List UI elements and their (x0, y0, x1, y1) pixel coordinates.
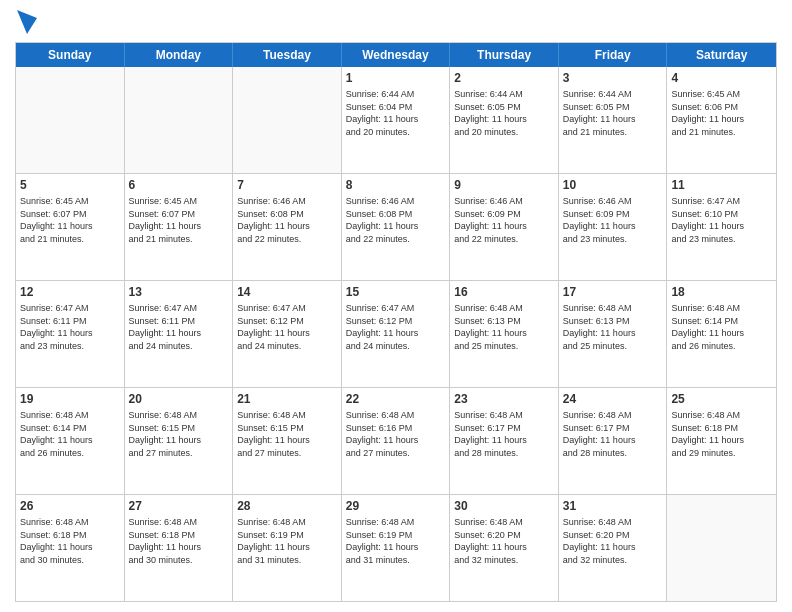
cell-details: Sunrise: 6:48 AM Sunset: 6:15 PM Dayligh… (129, 409, 229, 459)
calendar-header: SundayMondayTuesdayWednesdayThursdayFrid… (16, 43, 776, 67)
weekday-header: Sunday (16, 43, 125, 67)
day-number: 4 (671, 70, 772, 86)
cell-details: Sunrise: 6:48 AM Sunset: 6:15 PM Dayligh… (237, 409, 337, 459)
calendar-cell: 3Sunrise: 6:44 AM Sunset: 6:05 PM Daylig… (559, 67, 668, 173)
cell-details: Sunrise: 6:48 AM Sunset: 6:18 PM Dayligh… (671, 409, 772, 459)
cell-details: Sunrise: 6:44 AM Sunset: 6:04 PM Dayligh… (346, 88, 446, 138)
day-number: 3 (563, 70, 663, 86)
calendar-cell: 18Sunrise: 6:48 AM Sunset: 6:14 PM Dayli… (667, 281, 776, 387)
logo-icon (17, 10, 37, 34)
day-number: 29 (346, 498, 446, 514)
day-number: 2 (454, 70, 554, 86)
day-number: 30 (454, 498, 554, 514)
cell-details: Sunrise: 6:48 AM Sunset: 6:20 PM Dayligh… (454, 516, 554, 566)
calendar-cell: 7Sunrise: 6:46 AM Sunset: 6:08 PM Daylig… (233, 174, 342, 280)
cell-details: Sunrise: 6:48 AM Sunset: 6:20 PM Dayligh… (563, 516, 663, 566)
empty-cell (667, 495, 776, 601)
day-number: 23 (454, 391, 554, 407)
cell-details: Sunrise: 6:45 AM Sunset: 6:06 PM Dayligh… (671, 88, 772, 138)
calendar-cell: 9Sunrise: 6:46 AM Sunset: 6:09 PM Daylig… (450, 174, 559, 280)
cell-details: Sunrise: 6:47 AM Sunset: 6:12 PM Dayligh… (237, 302, 337, 352)
calendar-cell: 11Sunrise: 6:47 AM Sunset: 6:10 PM Dayli… (667, 174, 776, 280)
day-number: 22 (346, 391, 446, 407)
cell-details: Sunrise: 6:48 AM Sunset: 6:18 PM Dayligh… (129, 516, 229, 566)
cell-details: Sunrise: 6:48 AM Sunset: 6:13 PM Dayligh… (454, 302, 554, 352)
empty-cell (233, 67, 342, 173)
cell-details: Sunrise: 6:47 AM Sunset: 6:12 PM Dayligh… (346, 302, 446, 352)
calendar-cell: 14Sunrise: 6:47 AM Sunset: 6:12 PM Dayli… (233, 281, 342, 387)
svg-marker-0 (17, 10, 37, 34)
cell-details: Sunrise: 6:48 AM Sunset: 6:18 PM Dayligh… (20, 516, 120, 566)
weekday-header: Monday (125, 43, 234, 67)
page: SundayMondayTuesdayWednesdayThursdayFrid… (0, 0, 792, 612)
header (15, 10, 777, 34)
calendar-cell: 4Sunrise: 6:45 AM Sunset: 6:06 PM Daylig… (667, 67, 776, 173)
day-number: 10 (563, 177, 663, 193)
calendar-cell: 15Sunrise: 6:47 AM Sunset: 6:12 PM Dayli… (342, 281, 451, 387)
weekday-header: Friday (559, 43, 668, 67)
cell-details: Sunrise: 6:44 AM Sunset: 6:05 PM Dayligh… (563, 88, 663, 138)
calendar-cell: 29Sunrise: 6:48 AM Sunset: 6:19 PM Dayli… (342, 495, 451, 601)
day-number: 20 (129, 391, 229, 407)
calendar-cell: 24Sunrise: 6:48 AM Sunset: 6:17 PM Dayli… (559, 388, 668, 494)
day-number: 8 (346, 177, 446, 193)
day-number: 28 (237, 498, 337, 514)
cell-details: Sunrise: 6:48 AM Sunset: 6:13 PM Dayligh… (563, 302, 663, 352)
calendar-cell: 20Sunrise: 6:48 AM Sunset: 6:15 PM Dayli… (125, 388, 234, 494)
weekday-header: Saturday (667, 43, 776, 67)
day-number: 27 (129, 498, 229, 514)
empty-cell (125, 67, 234, 173)
day-number: 7 (237, 177, 337, 193)
calendar-cell: 2Sunrise: 6:44 AM Sunset: 6:05 PM Daylig… (450, 67, 559, 173)
calendar-cell: 31Sunrise: 6:48 AM Sunset: 6:20 PM Dayli… (559, 495, 668, 601)
day-number: 5 (20, 177, 120, 193)
day-number: 25 (671, 391, 772, 407)
day-number: 21 (237, 391, 337, 407)
cell-details: Sunrise: 6:48 AM Sunset: 6:14 PM Dayligh… (671, 302, 772, 352)
calendar-cell: 28Sunrise: 6:48 AM Sunset: 6:19 PM Dayli… (233, 495, 342, 601)
day-number: 16 (454, 284, 554, 300)
calendar-row: 5Sunrise: 6:45 AM Sunset: 6:07 PM Daylig… (16, 174, 776, 281)
cell-details: Sunrise: 6:48 AM Sunset: 6:17 PM Dayligh… (454, 409, 554, 459)
calendar-cell: 6Sunrise: 6:45 AM Sunset: 6:07 PM Daylig… (125, 174, 234, 280)
calendar-body: 1Sunrise: 6:44 AM Sunset: 6:04 PM Daylig… (16, 67, 776, 601)
day-number: 6 (129, 177, 229, 193)
calendar-row: 1Sunrise: 6:44 AM Sunset: 6:04 PM Daylig… (16, 67, 776, 174)
calendar-cell: 25Sunrise: 6:48 AM Sunset: 6:18 PM Dayli… (667, 388, 776, 494)
calendar-row: 12Sunrise: 6:47 AM Sunset: 6:11 PM Dayli… (16, 281, 776, 388)
calendar-cell: 17Sunrise: 6:48 AM Sunset: 6:13 PM Dayli… (559, 281, 668, 387)
empty-cell (16, 67, 125, 173)
day-number: 19 (20, 391, 120, 407)
calendar-cell: 26Sunrise: 6:48 AM Sunset: 6:18 PM Dayli… (16, 495, 125, 601)
cell-details: Sunrise: 6:46 AM Sunset: 6:09 PM Dayligh… (563, 195, 663, 245)
day-number: 9 (454, 177, 554, 193)
cell-details: Sunrise: 6:45 AM Sunset: 6:07 PM Dayligh… (20, 195, 120, 245)
calendar-cell: 10Sunrise: 6:46 AM Sunset: 6:09 PM Dayli… (559, 174, 668, 280)
weekday-header: Tuesday (233, 43, 342, 67)
cell-details: Sunrise: 6:48 AM Sunset: 6:16 PM Dayligh… (346, 409, 446, 459)
cell-details: Sunrise: 6:47 AM Sunset: 6:10 PM Dayligh… (671, 195, 772, 245)
day-number: 17 (563, 284, 663, 300)
cell-details: Sunrise: 6:48 AM Sunset: 6:17 PM Dayligh… (563, 409, 663, 459)
day-number: 26 (20, 498, 120, 514)
day-number: 14 (237, 284, 337, 300)
cell-details: Sunrise: 6:46 AM Sunset: 6:09 PM Dayligh… (454, 195, 554, 245)
weekday-header: Wednesday (342, 43, 451, 67)
weekday-header: Thursday (450, 43, 559, 67)
calendar-cell: 8Sunrise: 6:46 AM Sunset: 6:08 PM Daylig… (342, 174, 451, 280)
calendar-cell: 21Sunrise: 6:48 AM Sunset: 6:15 PM Dayli… (233, 388, 342, 494)
cell-details: Sunrise: 6:48 AM Sunset: 6:14 PM Dayligh… (20, 409, 120, 459)
day-number: 24 (563, 391, 663, 407)
calendar-cell: 22Sunrise: 6:48 AM Sunset: 6:16 PM Dayli… (342, 388, 451, 494)
calendar-cell: 16Sunrise: 6:48 AM Sunset: 6:13 PM Dayli… (450, 281, 559, 387)
calendar: SundayMondayTuesdayWednesdayThursdayFrid… (15, 42, 777, 602)
calendar-cell: 12Sunrise: 6:47 AM Sunset: 6:11 PM Dayli… (16, 281, 125, 387)
day-number: 12 (20, 284, 120, 300)
cell-details: Sunrise: 6:47 AM Sunset: 6:11 PM Dayligh… (129, 302, 229, 352)
cell-details: Sunrise: 6:45 AM Sunset: 6:07 PM Dayligh… (129, 195, 229, 245)
cell-details: Sunrise: 6:47 AM Sunset: 6:11 PM Dayligh… (20, 302, 120, 352)
day-number: 15 (346, 284, 446, 300)
calendar-row: 19Sunrise: 6:48 AM Sunset: 6:14 PM Dayli… (16, 388, 776, 495)
calendar-cell: 13Sunrise: 6:47 AM Sunset: 6:11 PM Dayli… (125, 281, 234, 387)
logo (15, 10, 37, 34)
